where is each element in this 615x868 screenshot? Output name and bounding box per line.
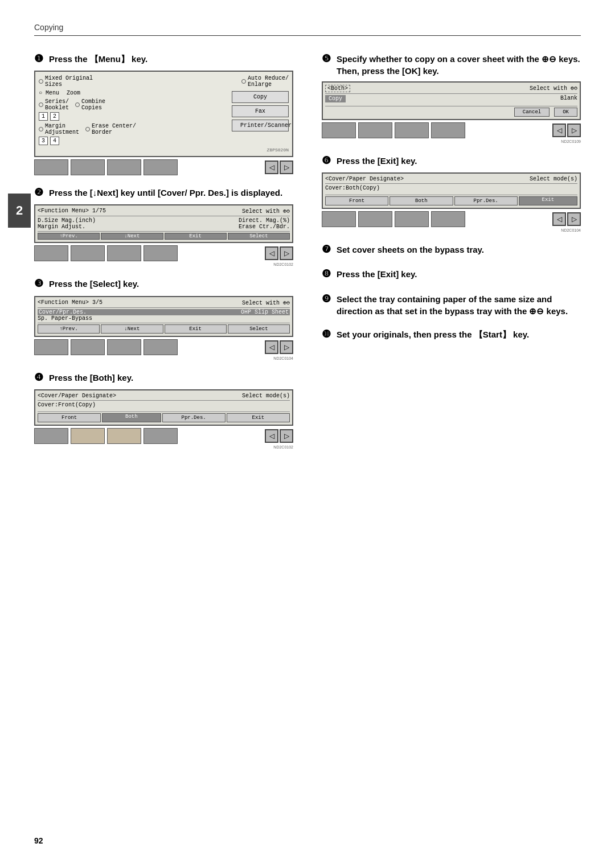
radio-erase	[85, 127, 90, 131]
lcd-cancel-btn-5[interactable]: Cancel	[514, 108, 550, 117]
lcd-exit-btn-4[interactable]: Exit	[227, 413, 290, 422]
lcd-select-btn-3[interactable]: Select	[228, 324, 290, 334]
step-9-title: ❾ Select the tray containing paper of th…	[322, 293, 581, 317]
step-3-lcd: <Function Menu> 3/5 Select with ⊕⊖ Cover…	[34, 296, 293, 337]
lcd-next-btn-3[interactable]: ↓Next	[101, 324, 163, 334]
step-2-img-row: ◁ ▷	[34, 245, 293, 261]
left-column: ❶ Press the 【Menu】 key. Mixed OriginalSi…	[34, 53, 293, 460]
left-arrow-btn-5[interactable]: ◁	[552, 124, 566, 137]
lcd-both-btn-6[interactable]: Both	[390, 196, 453, 205]
right-arrow-btn-2[interactable]: ▷	[280, 246, 293, 260]
lcd-ok-btn-5[interactable]: OK	[554, 108, 577, 117]
step-4-block: ❹ Press the [Both] key. <Cover/Paper Des…	[34, 372, 293, 449]
main-content: ❶ Press the 【Menu】 key. Mixed OriginalSi…	[34, 53, 581, 460]
step-10-block: ❿ Set your originals, then press the 【St…	[322, 328, 581, 342]
right-column: ❺ Specify whether to copy on a cover she…	[322, 53, 581, 460]
step-8-block: ❽ Press the [Exit] key.	[322, 268, 581, 281]
step-3-img-row: ◁ ▷	[34, 339, 293, 355]
right-arrow-btn-6[interactable]: ▷	[567, 212, 581, 226]
step-4-title: ❹ Press the [Both] key.	[34, 372, 293, 385]
lcd-both-btn-4[interactable]: Both	[102, 413, 161, 422]
step-1-device-panel: Mixed OriginalSizes ○ Menu Zoom Series/B…	[34, 71, 293, 157]
left-arrow-btn-4[interactable]: ◁	[265, 429, 278, 443]
radio-margin	[39, 127, 43, 131]
lcd-pprdes-btn-4[interactable]: Ppr.Des.	[162, 413, 226, 422]
step-4-img-row: ◁ ▷	[34, 428, 293, 444]
right-arrow-btn-3[interactable]: ▷	[280, 340, 293, 354]
radio-combine-copies	[75, 102, 80, 107]
radio-mixed-original	[39, 79, 43, 84]
left-arrow-btn-2[interactable]: ◁	[265, 246, 278, 260]
step-6-img-row: ◁ ▷	[322, 211, 581, 227]
left-sidebar-tab: 2	[8, 194, 31, 228]
step-7-block: ❼ Set cover sheets on the bypass tray.	[322, 244, 581, 257]
step-1-img-row: ◁ ▷	[34, 159, 293, 175]
lcd-prev-btn-2[interactable]: ↑Prev.	[38, 233, 100, 240]
lcd-front-btn-6[interactable]: Front	[325, 196, 388, 205]
step-5-block: ❺ Specify whether to copy on a cover she…	[322, 53, 581, 143]
step-10-title: ❿ Set your originals, then press the 【St…	[322, 328, 581, 342]
step-4-lcd: <Cover/Paper Designate> Select mode(s) C…	[34, 389, 293, 426]
lcd-exit-btn-6[interactable]: Exit	[519, 196, 577, 205]
step-1-title: ❶ Press the 【Menu】 key.	[34, 53, 293, 66]
step-2-lcd: <Function Menu> 1/75 Select with ⊕⊖ D.Si…	[34, 204, 293, 243]
step-2-block: ❷ Press the [↓Next] key until [Cover/ Pp…	[34, 187, 293, 266]
step-3-title: ❸ Press the [Select] key.	[34, 278, 293, 291]
page-number: 92	[34, 836, 43, 845]
right-arrow-btn-1[interactable]: ▷	[280, 161, 293, 174]
step-1-block: ❶ Press the 【Menu】 key. Mixed OriginalSi…	[34, 53, 293, 175]
lcd-prev-btn-3[interactable]: ↑Prev.	[38, 324, 100, 334]
step-7-title: ❼ Set cover sheets on the bypass tray.	[322, 244, 581, 257]
lcd-exit-btn-2[interactable]: Exit	[165, 233, 227, 240]
right-arrow-btn-4[interactable]: ▷	[280, 429, 293, 443]
printer-scanner-button[interactable]: Printer/Scanner	[232, 120, 289, 131]
step-6-block: ❻ Press the [Exit] key. <Cover/Paper Des…	[322, 155, 581, 232]
step-6-title: ❻ Press the [Exit] key.	[322, 155, 581, 168]
step-8-title: ❽ Press the [Exit] key.	[322, 268, 581, 281]
lcd-exit-btn-3[interactable]: Exit	[165, 324, 227, 334]
lcd-front-btn-4[interactable]: Front	[38, 413, 101, 422]
step-6-lcd: <Cover/Paper Designate> Select mode(s) C…	[322, 172, 581, 209]
copy-button[interactable]: Copy	[232, 91, 289, 103]
step-5-title: ❺ Specify whether to copy on a cover she…	[322, 53, 581, 77]
left-arrow-btn-1[interactable]: ◁	[265, 161, 278, 174]
header-title: Copying	[34, 23, 63, 32]
step-2-title: ❷ Press the [↓Next] key until [Cover/ Pp…	[34, 187, 293, 200]
lcd-pprdes-btn-6[interactable]: Ppr.Des.	[454, 196, 518, 205]
lcd-next-btn-2[interactable]: ↓Next	[101, 233, 163, 240]
fax-button[interactable]: Fax	[232, 105, 289, 117]
left-arrow-btn-6[interactable]: ◁	[552, 212, 566, 226]
step-3-block: ❸ Press the [Select] key. <Function Menu…	[34, 278, 293, 360]
right-arrow-btn-5[interactable]: ▷	[567, 124, 581, 137]
step-9-block: ❾ Select the tray containing paper of th…	[322, 293, 581, 317]
radio-series-booklet	[39, 102, 43, 107]
lcd-select-btn-2[interactable]: Select	[228, 233, 290, 240]
page-header: Copying	[34, 23, 581, 36]
step-5-img-row: ◁ ▷	[322, 122, 581, 138]
step-5-lcd: <Both> Select with ⊕⊖ Copy Blank Cancel …	[322, 81, 581, 120]
left-arrow-btn-3[interactable]: ◁	[265, 340, 278, 354]
radio-auto-reduce	[241, 79, 246, 84]
